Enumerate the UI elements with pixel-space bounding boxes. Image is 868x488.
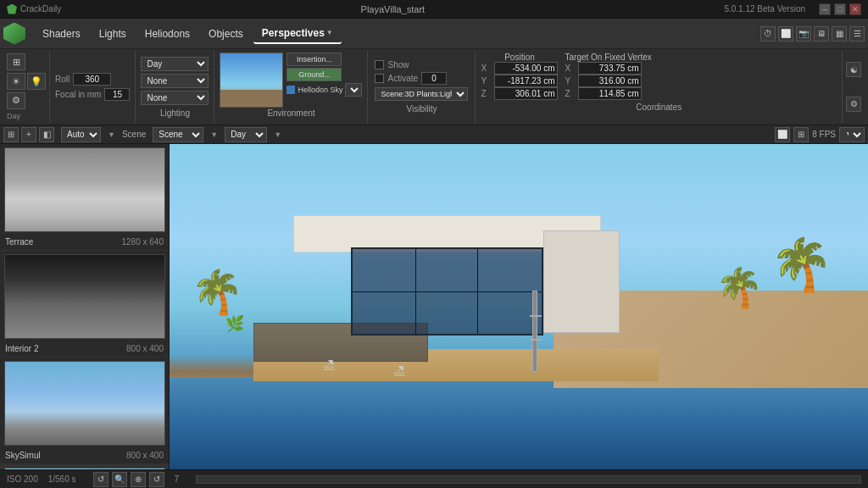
show-checkbox[interactable] (375, 60, 384, 69)
crosshair-icon[interactable]: ⊕ (131, 472, 146, 487)
camera-controls: ⊞ + ◧ (3, 127, 54, 142)
crack-daily-label: CrackDaily (20, 4, 61, 14)
camera-item-day[interactable]: Day 1280 x 640 (0, 464, 169, 469)
beach-chair-2: 🏖 (393, 364, 405, 378)
right-icon-panel: ☯ ⚙ (842, 51, 865, 123)
camera-item-interior[interactable]: Interior 2 800 x 400 (0, 251, 169, 358)
rewind-icon[interactable]: ↺ (93, 472, 108, 487)
z-target-input[interactable] (578, 87, 642, 100)
y-target-input[interactable] (578, 75, 642, 87)
frame-icon[interactable]: ⬜ (778, 26, 793, 42)
menu-objects[interactable]: Objects (200, 25, 252, 43)
camera-res-sky: 800 x 400 (126, 451, 164, 460)
roll-input[interactable] (73, 73, 111, 86)
camera-info-interior: Interior 2 800 x 400 (0, 342, 169, 357)
close-button[interactable]: ✕ (849, 3, 861, 15)
window-controls[interactable]: ─ □ ✕ (819, 3, 861, 15)
visibility-label: Visibility (375, 103, 468, 114)
viewport-icon-1[interactable]: ⬜ (775, 127, 790, 142)
window-title: PlayaVilla_start (61, 4, 724, 14)
logo-area: CrackDaily (7, 4, 61, 14)
toolbar-left-icons: ⊞ ☀ 💡 ⚙ Day (3, 51, 50, 123)
menu-shaders[interactable]: Shaders (34, 25, 89, 43)
viewport-mode-icon[interactable]: ⊞ (7, 53, 25, 70)
perspectives-dropdown-arrow: ▼ (326, 29, 333, 36)
viewport-icon-2[interactable]: ⊞ (793, 127, 809, 142)
activate-input[interactable] (421, 72, 447, 85)
sun-icon[interactable]: ☀ (7, 73, 25, 90)
day-select-top[interactable]: Day (225, 127, 267, 142)
exposure-label: 1/560 s (48, 474, 76, 484)
auto-select[interactable]: Auto (61, 127, 101, 142)
scene-dropdown-icon: ▼ (210, 130, 218, 139)
fps-select[interactable]: ▼ (839, 127, 865, 142)
pool-ladder (532, 291, 537, 372)
lighting-section: Day None None Lighting (136, 51, 214, 123)
bulb-icon[interactable]: 💡 (27, 73, 46, 90)
clock-icon[interactable]: ⏱ (760, 26, 776, 42)
iso-label: ISO 200 (7, 474, 38, 484)
hellodon-sky-label: Hellodon Sky (298, 86, 342, 94)
insertion-button[interactable]: Insertion... (287, 53, 342, 66)
nav-icon-3[interactable]: ◧ (39, 127, 54, 142)
toolbar-right-icons: ⏱ ⬜ 📷 🖥 ▦ ☰ (760, 26, 865, 42)
camera-name-sky: SkySimul (5, 451, 41, 460)
activate-label: Activate (387, 74, 418, 83)
environment-preview (220, 53, 283, 108)
z-pos-input[interactable] (494, 87, 558, 100)
menu-icon[interactable]: ☰ (849, 26, 865, 42)
viewport-icons: ⬜ ⊞ 8 FPS ▼ (775, 127, 865, 142)
toolbar: ⊞ ☀ 💡 ⚙ Day Roll Focal in mm Day None (0, 49, 868, 125)
building-structure (275, 215, 659, 362)
y-pos-label: Y (481, 76, 491, 86)
maximize-button[interactable]: □ (834, 3, 846, 15)
camera-icon[interactable]: 📷 (796, 26, 811, 42)
x-target-input[interactable] (578, 62, 642, 75)
position-header: Position (481, 53, 558, 62)
camera-thumb-terrace (4, 147, 165, 232)
focal-input[interactable] (104, 88, 130, 101)
version-label: 5.0.1.12 Beta Version (724, 4, 805, 14)
scene-select[interactable]: Scene:3D Plants:Light. (375, 87, 468, 101)
camera-item-skysimul[interactable]: SkySimul 800 x 400 (0, 358, 169, 464)
adjust-icon[interactable]: ⚙ (7, 92, 25, 109)
hellodon-checkbox[interactable] (287, 86, 295, 94)
none-select-1[interactable]: None (141, 74, 209, 88)
day-select[interactable]: Day (141, 57, 209, 71)
yin-yang-icon[interactable]: ☯ (846, 62, 861, 77)
y-pos-input[interactable] (494, 75, 558, 87)
camera-item-terrace[interactable]: Terrace 1280 x 640 (0, 144, 169, 251)
playback-controls: ↺ 🔍 ⊕ ↺ (93, 472, 164, 487)
focal-label: Focal in mm (55, 90, 101, 99)
zoom-out-icon[interactable]: ↺ (149, 472, 164, 487)
x-target-label: X (565, 64, 575, 73)
monitor-icon[interactable]: 🖥 (814, 26, 829, 42)
menu-lights[interactable]: Lights (91, 25, 135, 43)
hellodon-select[interactable]: ▸ (345, 83, 362, 97)
camera-thumb-interior (4, 254, 165, 339)
minimize-button[interactable]: ─ (819, 3, 831, 15)
nav-icon-1[interactable]: ⊞ (3, 127, 19, 142)
palm-tree-right: 🌴 (770, 240, 833, 291)
nav-icon-2[interactable]: + (21, 127, 36, 142)
3d-viewport[interactable]: 🌴 🌴 🌴 🏖 🏖 🌿 (170, 144, 868, 469)
activate-checkbox[interactable] (375, 74, 384, 83)
target-header: Target On Fixed Vertex (565, 53, 651, 62)
menu-heliodons[interactable]: Heliodons (136, 25, 198, 43)
none-select-2[interactable]: None (141, 91, 209, 105)
fps-label: 8 FPS (812, 130, 836, 139)
panel-icon[interactable]: ▦ (832, 26, 847, 42)
camera-list-panel: Terrace 1280 x 640 Interior 2 800 x 400 … (0, 144, 170, 469)
scene-select-top[interactable]: Scene (153, 127, 203, 142)
settings-icon[interactable]: ⚙ (846, 97, 861, 112)
camera-thumb-sky (4, 361, 165, 446)
x-pos-input[interactable] (494, 62, 558, 75)
ground-button[interactable]: Ground... (287, 68, 342, 81)
day-label: Day (7, 112, 46, 120)
menu-perspectives[interactable]: Perspectives ▼ (253, 24, 342, 44)
progress-bar (196, 475, 861, 484)
status-bar-top: ⊞ + ◧ Auto ▼ Scene Scene ▼ Day ▼ ⬜ ⊞ 8 F… (0, 125, 868, 144)
environment-label: Environment (220, 108, 362, 118)
water-element (170, 378, 868, 469)
zoom-in-icon[interactable]: 🔍 (112, 472, 127, 487)
